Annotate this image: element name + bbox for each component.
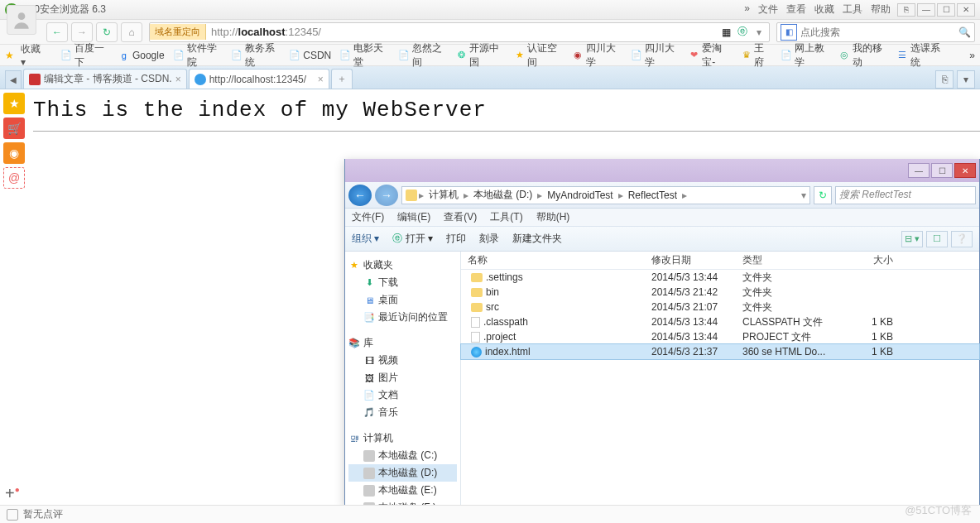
forward-button[interactable]: → [71, 22, 93, 42]
search-box[interactable]: ◧ 🔍 [776, 22, 975, 42]
view-mode-button[interactable]: ⊟ ▾ [901, 231, 923, 247]
bookmark-item[interactable]: » [955, 41, 975, 70]
print-button[interactable]: 打印 [446, 232, 466, 246]
tree-libraries[interactable]: 库 [363, 336, 373, 350]
explorer-close-button[interactable]: ✕ [954, 163, 976, 178]
file-row[interactable]: src2014/5/3 21:07文件夹 [461, 300, 979, 314]
browser-menu-item[interactable]: 文件 [758, 2, 778, 17]
bookmark-item[interactable]: 📄忽然之间 [398, 41, 448, 70]
explorer-menu-item[interactable]: 查看(V) [444, 210, 477, 224]
search-engine-icon[interactable]: ◧ [781, 24, 797, 41]
explorer-search-input[interactable]: 搜索 ReflectTest [835, 186, 976, 204]
bookmark-item[interactable]: ❂开源中国 [456, 41, 506, 70]
window-button[interactable]: — [917, 3, 935, 17]
bookmark-item[interactable]: ◉四川大学 [573, 41, 622, 70]
tab-scroll-left[interactable]: ◀ [5, 70, 22, 89]
open-button[interactable]: ⓔ 打开 ▾ [392, 232, 433, 246]
favorites-star-icon[interactable]: ★ [5, 50, 14, 61]
browser-tab[interactable]: http://localhost:12345/× [189, 69, 329, 89]
explorer-min-button[interactable]: — [908, 163, 930, 178]
side-at-icon[interactable]: @ [3, 167, 25, 189]
explorer-menu-item[interactable]: 帮助(H) [536, 210, 570, 224]
bookmark-item[interactable]: ♛王府 [741, 41, 772, 70]
window-button[interactable]: ⎘ [897, 3, 915, 17]
explorer-menubar: 文件(F)编辑(E)查看(V)工具(T)帮助(H) [345, 209, 979, 227]
bookmark-item[interactable]: 📄电影天堂 [339, 41, 389, 70]
reload-button[interactable]: ↻ [96, 22, 118, 42]
window-button[interactable]: ☐ [937, 3, 955, 17]
add-extension-button[interactable]: +● [5, 484, 20, 503]
search-icon[interactable]: 🔍 [954, 26, 974, 38]
explorer-max-button[interactable]: ☐ [931, 163, 953, 178]
back-button[interactable]: ← [46, 22, 68, 42]
search-input[interactable] [800, 26, 954, 38]
fold-icon [471, 288, 483, 297]
tree-drive-d[interactable]: 本地磁盘 (D:) [378, 466, 437, 480]
tree-computer[interactable]: 计算机 [363, 431, 393, 445]
explorer-refresh-button[interactable]: ↻ [814, 186, 832, 204]
file-row[interactable]: .project2014/5/3 13:44PROJECT 文件1 KB [461, 329, 979, 344]
ie-mode-icon[interactable]: ⓔ [736, 26, 749, 39]
bookmark-item[interactable]: 📄网上教学 [781, 41, 830, 70]
file-row[interactable]: .settings2014/5/3 13:44文件夹 [461, 270, 979, 285]
page-content: This is the index of my WebServer [0, 89, 980, 132]
tree-drive-c[interactable]: 本地磁盘 (C:) [378, 449, 437, 463]
file-row[interactable]: bin2014/5/3 21:42文件夹 [461, 285, 979, 300]
new-folder-button[interactable]: 新建文件夹 [512, 232, 562, 246]
favorites-label[interactable]: 收藏 ▾ [21, 42, 47, 68]
browser-menu-item[interactable]: 收藏 [814, 2, 834, 17]
bookmark-item[interactable]: 📄百度一下 [60, 41, 110, 70]
new-tab-button[interactable]: ＋ [331, 69, 353, 89]
bookmark-item[interactable]: 📄教务系统 [231, 41, 281, 70]
side-weibo-icon[interactable]: ◉ [3, 142, 25, 164]
bookmark-item[interactable]: ❤爱淘宝- [689, 41, 733, 70]
bookmark-item[interactable]: ◎我的移动 [839, 41, 889, 70]
bookmark-item[interactable]: 📄四川大学 [631, 41, 680, 70]
bookmark-item[interactable]: 📄软件学院 [173, 41, 223, 70]
file-list-header[interactable]: 名称 修改日期 类型 大小 [461, 252, 979, 270]
explorer-back-button[interactable]: ← [348, 185, 372, 206]
barcode-icon[interactable]: ▦ [719, 26, 733, 39]
explorer-forward-button[interactable]: → [375, 185, 398, 206]
organize-button[interactable]: 组织 ▾ [352, 232, 379, 246]
tree-videos[interactable]: 视频 [378, 353, 398, 367]
ie-icon [471, 347, 482, 357]
burn-button[interactable]: 刻录 [479, 232, 499, 246]
browser-menu-item[interactable]: » [744, 2, 750, 17]
preview-pane-button[interactable]: ☐ [926, 231, 948, 247]
help-button[interactable]: ❔ [951, 231, 973, 247]
restore-tab-icon[interactable]: ⎘ [935, 70, 954, 89]
tree-recent[interactable]: 最近访问的位置 [378, 310, 448, 324]
explorer-menu-item[interactable]: 工具(T) [490, 210, 522, 224]
browser-tab[interactable]: 编辑文章 - 博客频道 - CSDN.× [23, 69, 187, 89]
tab-close-icon[interactable]: × [175, 74, 181, 85]
tree-music[interactable]: 音乐 [378, 405, 398, 420]
explorer-menu-item[interactable]: 文件(F) [352, 210, 384, 224]
tree-desktop[interactable]: 桌面 [378, 293, 398, 307]
dropdown-icon[interactable]: ▾ [752, 26, 766, 39]
file-row[interactable]: .classpath2014/5/3 13:44CLASSPATH 文件1 KB [461, 314, 979, 329]
tab-list-icon[interactable]: ▾ [957, 70, 975, 89]
browser-menu-item[interactable]: 工具 [843, 2, 862, 17]
explorer-menu-item[interactable]: 编辑(E) [397, 210, 430, 224]
explorer-breadcrumb[interactable]: ▸ 计算机▸ 本地磁盘 (D:)▸ MyAndroidTest▸ Reflect… [401, 186, 810, 204]
tree-pictures[interactable]: 图片 [378, 371, 398, 385]
file-row[interactable]: index.html2014/5/3 21:37360 se HTML Do..… [461, 344, 979, 359]
tree-drive-e[interactable]: 本地磁盘 (E:) [378, 483, 437, 497]
bookmark-item[interactable]: 📄CSDN [289, 41, 331, 70]
tree-documents[interactable]: 文档 [378, 388, 398, 402]
bookmark-item[interactable]: ☰选课系统 [897, 41, 947, 70]
explorer-titlebar[interactable]: — ☐ ✕ [345, 159, 979, 182]
bookmark-item[interactable]: gGoogle [118, 41, 165, 70]
address-bar[interactable]: 域名重定向 http://localhost:12345/ ▦ ⓔ ▾ [149, 22, 770, 42]
window-button[interactable]: ✕ [957, 3, 975, 17]
home-button[interactable]: ⌂ [121, 22, 142, 42]
comment-icon[interactable] [7, 509, 18, 521]
tab-close-icon[interactable]: × [318, 74, 324, 85]
tree-favorites[interactable]: 收藏夹 [363, 258, 393, 272]
bookmark-item[interactable]: ★认证空间 [514, 41, 564, 70]
browser-menu-item[interactable]: 帮助 [871, 2, 891, 17]
tree-downloads[interactable]: 下载 [378, 276, 398, 290]
browser-menu-item[interactable]: 查看 [786, 2, 806, 17]
user-avatar[interactable] [7, 5, 36, 35]
